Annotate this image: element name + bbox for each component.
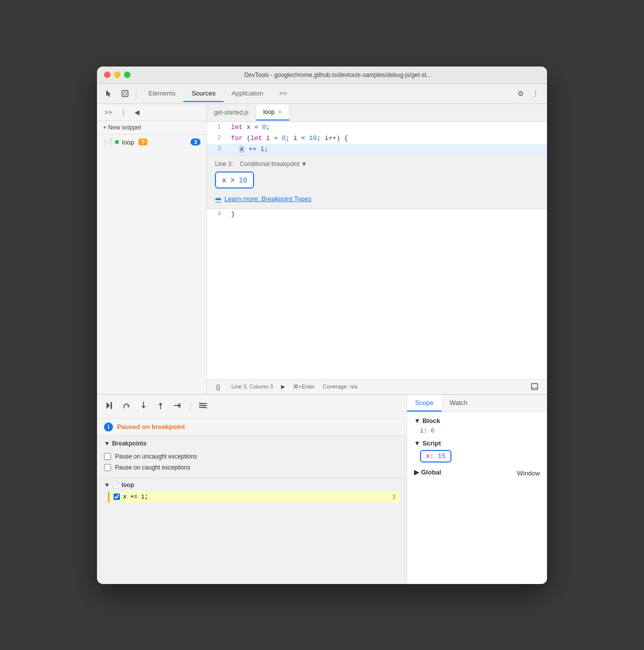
scope-i-key: i bbox=[420, 428, 424, 434]
code-content-1: let x = 0; bbox=[227, 122, 547, 133]
code-editor[interactable]: 1 let x = 0; 2 for (let i = 0; i < 10; i… bbox=[207, 122, 547, 379]
format-button[interactable]: {} bbox=[213, 381, 224, 392]
inspect-icon[interactable] bbox=[118, 88, 132, 100]
tab-sources[interactable]: Sources bbox=[184, 86, 224, 102]
pause-caught-label: Pause on caught exceptions bbox=[115, 464, 190, 471]
line-num-3: 3 bbox=[207, 144, 227, 155]
bp-code: x += i; bbox=[123, 494, 148, 500]
code-content-3: x += i; bbox=[227, 144, 547, 155]
tab-scope[interactable]: Scope bbox=[407, 395, 442, 412]
new-snippet-button[interactable]: + New snippet bbox=[97, 121, 206, 134]
loop-section: ▼ 📄 loop x += i; 3 bbox=[97, 478, 406, 506]
block-toggle: ▼ bbox=[414, 417, 420, 424]
tab-more[interactable]: >> bbox=[272, 86, 295, 102]
divider bbox=[136, 88, 136, 98]
line-num-2: 2 bbox=[207, 133, 227, 144]
coverage-icon[interactable] bbox=[528, 381, 541, 392]
breakpoint-value: 10 bbox=[239, 176, 248, 184]
block-label: Block bbox=[422, 417, 440, 424]
line-num-4: 4 bbox=[207, 209, 227, 220]
sidebar-more-btn[interactable]: >> bbox=[102, 107, 114, 118]
file-tabs: get-started.js loop ✕ bbox=[207, 104, 547, 122]
script-label: Script bbox=[422, 440, 441, 447]
paused-text: Paused on breakpoint bbox=[117, 423, 185, 430]
sidebar-back-btn[interactable]: ◀ bbox=[132, 107, 142, 118]
shortcut-label: ⌘+Enter bbox=[293, 384, 315, 390]
svg-marker-4 bbox=[106, 402, 110, 409]
global-toggle: ▶ bbox=[414, 468, 419, 476]
step-into-button[interactable] bbox=[137, 399, 150, 414]
svg-rect-1 bbox=[124, 92, 126, 95]
pause-uncaught-label: Pause on uncaught exceptions bbox=[115, 453, 197, 460]
maximize-button[interactable] bbox=[124, 72, 130, 78]
pause-caught-checkbox[interactable] bbox=[104, 464, 111, 471]
tab-application[interactable]: Application bbox=[224, 86, 272, 102]
file-tab-get-started[interactable]: get-started.js bbox=[207, 105, 256, 120]
bp-checkbox[interactable] bbox=[114, 494, 120, 500]
breakpoint-header: Line 3: Conditional breakpoint ▼ bbox=[215, 160, 539, 168]
run-icon: ▶ bbox=[281, 384, 285, 390]
scope-script-title[interactable]: ▼ Script bbox=[414, 440, 540, 447]
code-line-4: 4 } bbox=[207, 209, 547, 220]
resume-button[interactable] bbox=[103, 399, 116, 414]
sidebar-item-loop[interactable]: 📄 loop ? 3 bbox=[97, 134, 206, 150]
svg-rect-5 bbox=[110, 402, 112, 409]
settings-icon[interactable]: ⚙ bbox=[514, 88, 527, 100]
bp-line-number: 3 bbox=[392, 494, 396, 500]
breakpoint-input-wrapper[interactable]: x > 10 bbox=[215, 172, 254, 188]
cursor-position: Line 3, Column 3 bbox=[232, 384, 273, 390]
cursor-icon[interactable] bbox=[102, 88, 116, 100]
sidebar-menu-btn[interactable]: ⋮ bbox=[118, 107, 129, 118]
file-name: loop bbox=[122, 138, 134, 146]
scope-global-row: ▶ Global Window bbox=[414, 468, 540, 479]
scope-block-i: i: 6 bbox=[414, 426, 540, 436]
minimize-button[interactable] bbox=[114, 72, 120, 78]
breakpoints-header: ▼ Breakpoints bbox=[104, 440, 400, 447]
scope-block-title[interactable]: ▼ Block bbox=[414, 417, 540, 424]
global-value: Window bbox=[517, 470, 540, 477]
main-tabs: Elements Sources Application >> bbox=[140, 86, 512, 102]
breakpoints-section: ▼ Breakpoints Pause on uncaught exceptio… bbox=[97, 436, 406, 478]
scope-tabs: Scope Watch bbox=[407, 395, 547, 412]
file-tab-label: get-started.js bbox=[214, 109, 248, 116]
file-tab-loop[interactable]: loop ✕ bbox=[256, 104, 290, 120]
file-tab-loop-label: loop bbox=[263, 108, 274, 116]
step-out-button[interactable] bbox=[154, 399, 167, 414]
step-over-button[interactable] bbox=[120, 399, 133, 414]
scope-global-title[interactable]: ▶ Global bbox=[414, 468, 441, 476]
loop-toggle[interactable]: ▼ bbox=[104, 482, 110, 488]
svg-rect-2 bbox=[532, 384, 538, 390]
close-tab-icon[interactable]: ✕ bbox=[278, 109, 282, 116]
green-dot bbox=[115, 140, 119, 144]
paused-notice: i Paused on breakpoint bbox=[97, 418, 406, 436]
pause-uncaught-checkbox[interactable] bbox=[104, 453, 111, 460]
code-line-3: 3 x += i; bbox=[207, 144, 547, 155]
file-icon: 📄 bbox=[103, 138, 113, 147]
scope-i-val: 6 bbox=[431, 428, 434, 434]
traffic-lights bbox=[104, 72, 130, 78]
new-snippet-label: + New snippet bbox=[103, 124, 141, 131]
tab-watch[interactable]: Watch bbox=[442, 395, 476, 412]
learn-more-link[interactable]: ➡ Learn more: Breakpoint Types bbox=[215, 194, 539, 204]
code-line-1: 1 let x = 0; bbox=[207, 122, 547, 133]
debugger-panel: i Paused on breakpoint ▼ Breakpoints Pau… bbox=[97, 394, 547, 584]
close-button[interactable] bbox=[104, 72, 110, 78]
badge-count: 3 bbox=[190, 138, 200, 146]
top-toolbar: Elements Sources Application >> ⚙ ⋮ bbox=[97, 84, 547, 104]
status-bar: {} Line 3, Column 3 ▶ ⌘+Enter Coverage: … bbox=[207, 379, 547, 394]
global-label: Global bbox=[421, 468, 441, 476]
tab-elements[interactable]: Elements bbox=[140, 86, 184, 102]
scope-x-key: x bbox=[426, 452, 430, 460]
breakpoints-toggle[interactable]: ▼ bbox=[104, 440, 110, 447]
loop-label: loop bbox=[122, 482, 134, 488]
svg-marker-6 bbox=[127, 406, 129, 408]
loop-header: ▼ 📄 loop bbox=[104, 482, 400, 488]
pause-uncaught-row: Pause on uncaught exceptions bbox=[104, 451, 400, 462]
menu-icon[interactable]: ⋮ bbox=[529, 88, 542, 100]
breakpoint-item: x += i; 3 bbox=[108, 492, 400, 502]
deactivate-breakpoints-button[interactable] bbox=[196, 399, 210, 414]
circle-arrow-icon: ➡ bbox=[215, 194, 222, 204]
step-button[interactable] bbox=[171, 399, 184, 414]
breakpoint-line-label: Line 3: bbox=[215, 160, 233, 168]
code-content-4: } bbox=[227, 209, 547, 220]
